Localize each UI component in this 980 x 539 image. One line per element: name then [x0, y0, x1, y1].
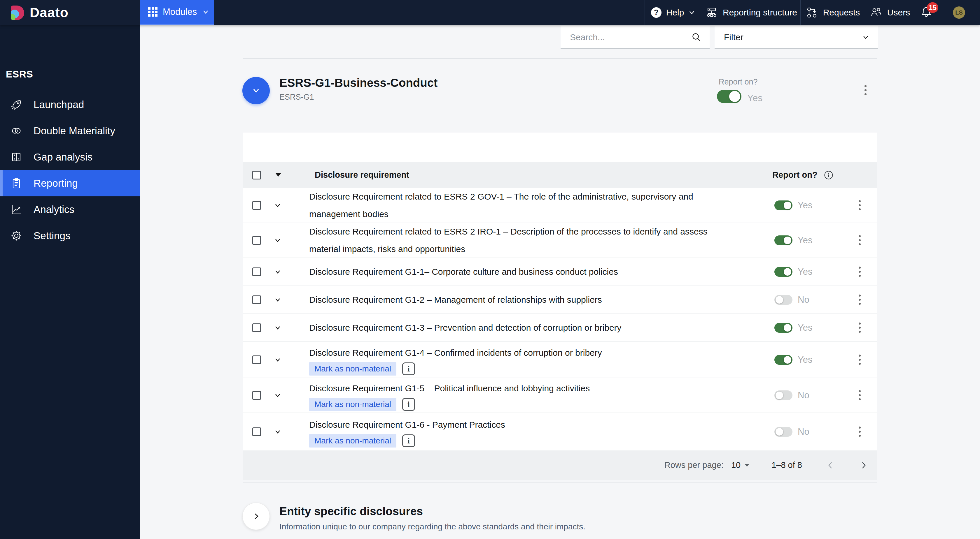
row-checkbox[interactable] [252, 236, 261, 245]
disclosure-title: Disclosure Requirement G1-2 – Management… [309, 291, 718, 309]
column-disclosure-requirement: Disclosure requirement [315, 170, 409, 180]
expand-chevron-icon[interactable] [273, 427, 282, 436]
report-toggle[interactable] [775, 390, 792, 400]
report-toggle[interactable] [775, 355, 792, 365]
row-overflow-menu[interactable] [859, 266, 862, 277]
app-logo[interactable]: Daato [9, 0, 68, 25]
chevron-down-icon [251, 85, 262, 96]
mark-non-material-button[interactable]: Mark as non-material [309, 398, 396, 411]
report-toggle[interactable] [775, 200, 792, 210]
entity-expand-button[interactable] [242, 503, 270, 530]
modules-label: Modules [163, 7, 197, 17]
gear-icon [10, 229, 23, 242]
user-menu[interactable]: LS [938, 0, 980, 25]
sidebar-item-settings[interactable]: Settings [0, 223, 140, 249]
double-circles-icon [10, 124, 23, 137]
chevron-down-icon [861, 33, 870, 42]
users-label: Users [887, 8, 910, 17]
expand-chevron-icon[interactable] [273, 355, 282, 364]
standard-expand-button[interactable] [242, 77, 270, 104]
sidebar-item-label: Settings [33, 230, 70, 241]
filter-dropdown[interactable]: Filter [714, 26, 878, 49]
notifications-button[interactable]: 15 [915, 0, 938, 25]
expand-chevron-icon[interactable] [273, 391, 282, 400]
material-info-icon[interactable]: i [402, 398, 415, 411]
filter-label: Filter [724, 32, 743, 42]
disclosure-title: Disclosure Requirement G1-3 – Prevention… [309, 319, 718, 336]
row-checkbox[interactable] [252, 391, 261, 400]
expand-chevron-icon[interactable] [273, 323, 282, 332]
reporting-structure-button[interactable]: Reporting structure [702, 0, 800, 25]
sidebar-item-gap-analysis[interactable]: Gap analysis [0, 144, 140, 170]
column-report-on: Report on? [772, 170, 818, 180]
row-checkbox[interactable] [252, 268, 261, 276]
disclosure-title: Disclosure Requirement related to ESRS 2… [309, 188, 718, 223]
quadrant-grid-icon [10, 151, 23, 163]
previous-page-button[interactable] [826, 460, 835, 470]
caret-down-icon [745, 464, 749, 467]
requests-label: Requests [823, 8, 860, 17]
row-overflow-menu[interactable] [859, 235, 862, 245]
header-divider [243, 58, 877, 59]
row-overflow-menu[interactable] [859, 426, 862, 437]
sidebar-item-double-materiality[interactable]: Double Materiality [0, 118, 140, 144]
standard-overflow-menu[interactable] [864, 85, 867, 95]
disclosure-title: Disclosure Requirement G1-4 – Confirmed … [309, 344, 718, 361]
disclosure-row: Disclosure Requirement G1-5 – Political … [243, 378, 877, 413]
mark-non-material-button[interactable]: Mark as non-material [309, 434, 396, 447]
info-icon[interactable] [823, 170, 834, 180]
row-checkbox[interactable] [252, 355, 261, 364]
avatar: LS [953, 6, 965, 19]
toggle-state-label: Yes [798, 200, 813, 211]
row-overflow-menu[interactable] [859, 355, 862, 365]
disclosure-row: Disclosure Requirement G1-2 – Management… [243, 286, 877, 314]
row-overflow-menu[interactable] [859, 323, 862, 333]
help-menu[interactable]: ? Help [644, 0, 702, 25]
search-icon[interactable] [692, 32, 702, 42]
modules-button[interactable]: Modules [140, 0, 214, 25]
material-info-icon[interactable]: i [402, 434, 415, 447]
users-button[interactable]: Users [865, 0, 915, 25]
expand-chevron-icon[interactable] [273, 295, 282, 304]
row-checkbox[interactable] [252, 323, 261, 332]
chevron-down-icon [688, 9, 696, 16]
expand-chevron-icon[interactable] [273, 268, 282, 276]
row-checkbox[interactable] [252, 201, 261, 210]
sidebar-item-analytics[interactable]: Analytics [0, 197, 140, 223]
sitemap-icon [705, 6, 718, 19]
next-page-button[interactable] [859, 460, 869, 470]
disclosure-row: Disclosure Requirement related to ESRS 2… [243, 188, 877, 223]
sidebar-item-launchpad[interactable]: Launchpad [0, 92, 140, 118]
expand-chevron-icon[interactable] [273, 236, 282, 245]
clipboard-icon [10, 177, 23, 190]
rows-per-page-select[interactable]: 10 [731, 460, 749, 470]
material-info-icon[interactable]: i [402, 363, 415, 375]
reporting-structure-label: Reporting structure [723, 8, 797, 17]
row-overflow-menu[interactable] [859, 390, 862, 400]
row-checkbox[interactable] [252, 427, 261, 436]
report-toggle[interactable] [775, 267, 792, 277]
report-toggle[interactable] [775, 295, 792, 305]
standard-report-toggle[interactable] [717, 90, 741, 103]
table-toolbar [243, 133, 877, 162]
sidebar-item-reporting[interactable]: Reporting [0, 170, 140, 197]
report-toggle[interactable] [775, 427, 792, 437]
row-overflow-menu[interactable] [859, 295, 862, 305]
select-all-checkbox[interactable] [252, 171, 261, 179]
mark-non-material-button[interactable]: Mark as non-material [309, 362, 396, 376]
search-input[interactable] [561, 32, 692, 42]
expand-chevron-icon[interactable] [273, 201, 282, 210]
row-overflow-menu[interactable] [859, 200, 862, 210]
rocket-icon [10, 98, 23, 111]
toggle-state-label: Yes [798, 355, 813, 365]
disclosure-title: Disclosure Requirement related to ESRS 2… [309, 223, 718, 258]
row-checkbox[interactable] [252, 295, 261, 304]
workflow-icon [806, 6, 818, 19]
table-pagination: Rows per page: 10 1–8 of 8 [243, 450, 877, 480]
requests-button[interactable]: Requests [800, 0, 865, 25]
report-toggle[interactable] [775, 323, 792, 333]
select-menu-caret[interactable] [275, 173, 281, 176]
report-toggle[interactable] [775, 235, 792, 245]
daato-logo-icon [9, 4, 25, 21]
help-label: Help [666, 8, 684, 17]
